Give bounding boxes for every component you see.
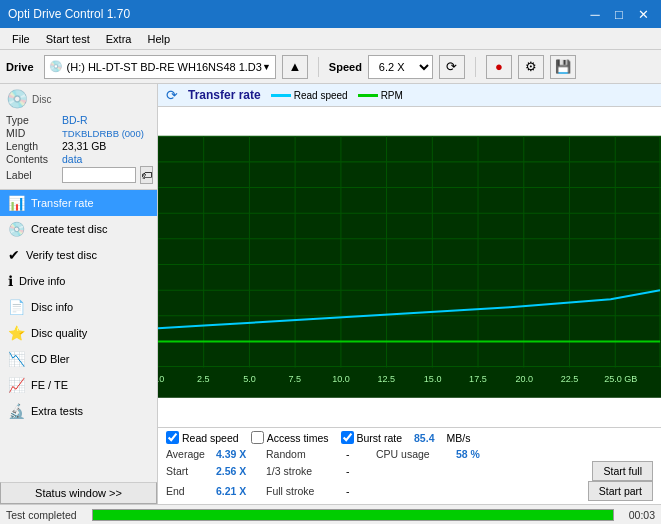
menu-file[interactable]: File [4, 31, 38, 47]
disc-type-row: Type BD-R [6, 114, 151, 126]
access-times-checkbox-label[interactable]: Access times [251, 431, 329, 444]
drive-selector[interactable]: 💿 (H:) HL-DT-ST BD-RE WH16NS48 1.D3 ▼ [44, 55, 276, 79]
disc-info-icon: 📄 [8, 299, 25, 315]
mid-label: MID [6, 127, 58, 139]
fe-te-icon: 📈 [8, 377, 25, 393]
menu-extra[interactable]: Extra [98, 31, 140, 47]
nav-verify-test-disc[interactable]: ✔ Verify test disc [0, 242, 157, 268]
disc-panel-header: 💿 Disc [6, 88, 151, 110]
burst-rate-checkbox[interactable] [341, 431, 354, 444]
start-full-button[interactable]: Start full [592, 461, 653, 481]
nav-cd-bler[interactable]: 📉 CD Bler [0, 346, 157, 372]
create-test-disc-icon: 💿 [8, 221, 25, 237]
transfer-rate-icon: 📊 [8, 195, 25, 211]
app-title: Opti Drive Control 1.70 [8, 7, 130, 21]
dropdown-arrow: ▼ [262, 62, 271, 72]
chart-area: ⟳ Transfer rate Read speed RPM [158, 84, 661, 504]
label-button[interactable]: 🏷 [140, 166, 153, 184]
toolbar-btn2[interactable]: ⚙ [518, 55, 544, 79]
stats-table: Average 4.39 X Random - CPU usage 58 % S… [166, 447, 653, 501]
chart-title: Transfer rate [188, 88, 261, 102]
mid-value: TDKBLDRBB (000) [62, 128, 144, 139]
nav-extra-tests[interactable]: 🔬 Extra tests [0, 398, 157, 424]
cpu-label: CPU usage [376, 447, 456, 461]
disc-length-row: Length 23,31 GB [6, 140, 151, 152]
legend-row: Read speed Access times Burst rate 85.4 … [166, 431, 653, 444]
extra-tests-icon: 🔬 [8, 403, 25, 419]
start-value: 2.56 X [216, 461, 266, 481]
stats-row-start: Start 2.56 X 1/3 stroke - Start full [166, 461, 653, 481]
end-label: End [166, 481, 216, 501]
disc-panel: 💿 Disc Type BD-R MID TDKBLDRBB (000) Len… [0, 84, 157, 190]
drive-name: (H:) HL-DT-ST BD-RE WH16NS48 1.D3 [67, 61, 262, 73]
avg-value: 4.39 X [216, 447, 266, 461]
svg-text:25.0 GB: 25.0 GB [604, 374, 637, 384]
burst-rate-checkbox-label[interactable]: Burst rate [341, 431, 403, 444]
nav-disc-quality[interactable]: ⭐ Disc quality [0, 320, 157, 346]
nav-disc-quality-label: Disc quality [31, 327, 87, 339]
legend-read-speed-label: Read speed [294, 90, 348, 101]
menu-start-test[interactable]: Start test [38, 31, 98, 47]
cpu-value: 58 % [456, 447, 509, 461]
nav-cd-bler-label: CD Bler [31, 353, 70, 365]
status-bar: Test completed 00:03 [0, 504, 661, 524]
eject-button[interactable]: ▲ [282, 55, 308, 79]
progress-container [92, 509, 614, 521]
menu-help[interactable]: Help [139, 31, 178, 47]
svg-text:2.5: 2.5 [197, 374, 210, 384]
minimize-button[interactable]: ─ [585, 4, 605, 24]
nav-extra-tests-label: Extra tests [31, 405, 83, 417]
svg-text:20.0: 20.0 [515, 374, 533, 384]
svg-text:12.5: 12.5 [378, 374, 396, 384]
nav-create-test-disc[interactable]: 💿 Create test disc [0, 216, 157, 242]
read-speed-check-label: Read speed [182, 432, 239, 444]
legend-rpm: RPM [358, 90, 403, 101]
save-button[interactable]: 💾 [550, 55, 576, 79]
refresh-button[interactable]: ⟳ [439, 55, 465, 79]
status-window-button[interactable]: Status window >> [0, 482, 157, 504]
separator2 [475, 57, 476, 77]
main-content: 💿 Disc Type BD-R MID TDKBLDRBB (000) Len… [0, 84, 661, 504]
contents-label: Contents [6, 153, 58, 165]
speed-selector[interactable]: 6.2 X MAX 4.0 X 2.0 X [368, 55, 433, 79]
close-button[interactable]: ✕ [633, 4, 653, 24]
access-times-checkbox[interactable] [251, 431, 264, 444]
disc-panel-icon: 💿 [6, 88, 28, 110]
disc-label-row: Label 🏷 [6, 166, 151, 184]
nav-create-test-disc-label: Create test disc [31, 223, 107, 235]
stroke13-value: - [346, 461, 376, 481]
label-input[interactable] [62, 167, 136, 183]
avg-label: Average [166, 447, 216, 461]
nav-transfer-rate[interactable]: 📊 Transfer rate [0, 190, 157, 216]
start-part-button[interactable]: Start part [588, 481, 653, 501]
cd-bler-icon: 📉 [8, 351, 25, 367]
svg-text:0.0: 0.0 [158, 374, 164, 384]
svg-text:17.5: 17.5 [469, 374, 487, 384]
title-bar: Opti Drive Control 1.70 ─ □ ✕ [0, 0, 661, 28]
status-text: Test completed [6, 509, 86, 521]
stroke13-label: 1/3 stroke [266, 461, 346, 481]
nav-fe-te[interactable]: 📈 FE / TE [0, 372, 157, 398]
svg-text:10.0: 10.0 [332, 374, 350, 384]
sidebar: 💿 Disc Type BD-R MID TDKBLDRBB (000) Len… [0, 84, 158, 504]
read-speed-checkbox-label[interactable]: Read speed [166, 431, 239, 444]
nav-disc-info[interactable]: 📄 Disc info [0, 294, 157, 320]
fullstroke-label: Full stroke [266, 481, 346, 501]
nav-transfer-rate-label: Transfer rate [31, 197, 94, 209]
progress-bar [93, 510, 613, 520]
type-label: Type [6, 114, 58, 126]
read-speed-checkbox[interactable] [166, 431, 179, 444]
nav-drive-info[interactable]: ℹ Drive info [0, 268, 157, 294]
contents-value: data [62, 153, 82, 165]
stats-row-end: End 6.21 X Full stroke - Start part [166, 481, 653, 501]
maximize-button[interactable]: □ [609, 4, 629, 24]
chart-header: ⟳ Transfer rate Read speed RPM [158, 84, 661, 107]
verify-test-disc-icon: ✔ [8, 247, 20, 263]
toolbar-btn1[interactable]: ● [486, 55, 512, 79]
random-value: - [346, 447, 376, 461]
disc-panel-label: Disc [32, 94, 51, 105]
label-label: Label [6, 169, 58, 181]
drive-icon: 💿 [49, 60, 63, 73]
legend-rpm-color [358, 94, 378, 97]
separator1 [318, 57, 319, 77]
